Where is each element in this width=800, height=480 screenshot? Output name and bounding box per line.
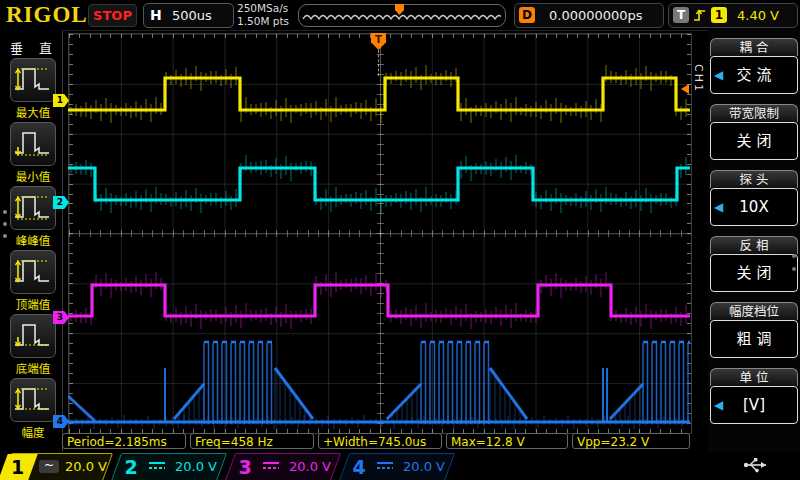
sidebar-item-vmax[interactable]: 最大值 [9,58,57,120]
sidebar-item-label: 峰峰值 [9,232,57,248]
memory-depth: 1.50M pts [237,15,289,28]
vpp-icon [10,186,56,230]
channel1-scale: 20.0 V [65,459,107,474]
unit-title: 单 位 [710,368,798,386]
trigger-label: T [673,7,689,23]
probe-title: 探 头 [710,170,798,188]
channel3-status[interactable]: 3 20.0 V [225,453,341,480]
trigger-source-badge: 1 [711,7,727,23]
menu-group-volts-adjust: 幅度档位 粗 调 [710,302,798,358]
trigger-level-value: 4.40 V [737,8,779,23]
rigol-logo: RIGOL [6,2,88,28]
vtop-icon [10,250,56,294]
left-arrow-icon: ◀ [714,189,723,225]
top-status-bar: RIGOL STOP H 500us 250MSa/s 1.50M pts D … [0,0,800,31]
volts-adjust-button[interactable]: 粗 调 [710,320,798,358]
volts-adjust-title: 幅度档位 [710,302,798,320]
h-label: H [150,7,162,23]
menu-group-probe: 探 头 ◀ 10X [710,170,798,226]
menu-group-unit: 单 位 ◀ [V] [710,368,798,424]
measurement-max: Max=12.8 V [446,433,568,449]
dc-coupling-icon [263,462,279,471]
usb-icon [742,455,770,475]
measurement-pwidth: +Width=745.0us [318,433,442,449]
trigger-level-arrow-icon[interactable] [681,84,689,94]
channel3-number: 3 [233,454,257,480]
left-arrow-icon: ◀ [714,387,723,423]
sidebar-item-label: 最大值 [9,104,57,120]
coupling-button[interactable]: ◀ 交 流 [710,56,798,94]
channel2-scale: 20.0 V [175,459,217,474]
invert-button[interactable]: 关 闭 [710,254,798,292]
menu-group-bandwidth-limit: 带宽限制 关 闭 [710,104,798,160]
timebase-value: 500us [172,8,212,23]
run-state-badge[interactable]: STOP [88,4,137,27]
coupling-title: 耦 合 [710,38,798,56]
horizontal-timebase-box[interactable]: H 500us [143,3,234,28]
oscilloscope-screen: RIGOL STOP H 500us 250MSa/s 1.50M pts D … [0,0,800,480]
delay-box[interactable]: D 0.00000000ps [514,3,664,28]
sidebar-item-vtop[interactable]: 顶端值 [9,250,57,312]
vamp-icon [10,378,56,422]
acquisition-info: 250MSa/s 1.50M pts [237,2,289,28]
sidebar-item-vamp[interactable]: 幅度 [9,378,57,440]
vbase-icon [10,314,56,358]
sidebar-item-label: 底端值 [9,360,57,376]
vmin-icon [10,122,56,166]
dc-coupling-icon [377,462,393,471]
waveform-graticule [68,33,692,434]
left-edge-ticks [69,34,73,433]
menu-group-invert: 反 相 关 闭 [710,236,798,292]
waveform-overview-bar [298,4,506,27]
dc-coupling-icon [149,462,165,471]
trigger-position-line [378,50,379,76]
sidebar-item-vmin[interactable]: 最小值 [9,122,57,184]
ac-coupling-icon: ~ [39,460,59,473]
active-channel-label: CH1 [692,64,705,93]
ch1-position-marker[interactable]: 1 [53,94,69,107]
system-icons [742,455,800,480]
measurement-vpp: Vpp=23.2 V [572,433,690,449]
menu-page-dots [792,245,796,280]
delay-value: 0.00000000ps [549,8,643,23]
channel1-status[interactable]: 1 ~ 20.0 V [1,453,113,480]
sidebar-item-vpp[interactable]: 峰峰值 [9,186,57,248]
softkey-menu-panel: 耦 合 ◀ 交 流 带宽限制 关 闭 探 头 ◀ 10X 反 相 关 闭 幅度档… [708,30,800,480]
channel3-scale: 20.0 V [289,459,331,474]
sidebar-item-label: 最小值 [9,168,57,184]
ch4-position-marker[interactable]: 4 [53,415,69,428]
ch3-position-marker[interactable]: 3 [53,311,69,324]
channel-status-bar: 1 ~ 20.0 V 2 20.0 V 3 20.0 V 4 20.0 V [0,452,800,480]
edge-trigger-icon [693,7,707,23]
unit-button[interactable]: ◀ [V] [710,386,798,424]
ch2-position-marker[interactable]: 2 [53,196,69,209]
left-arrow-icon: ◀ [714,57,723,93]
probe-button[interactable]: ◀ 10X [710,188,798,226]
channel4-status[interactable]: 4 20.0 V [339,453,455,480]
bandwidth-title: 带宽限制 [710,104,798,122]
sample-rate: 250MSa/s [237,2,289,15]
center-horizontal-axis [69,230,691,237]
channel1-number: 1 [0,454,38,480]
vmax-icon [10,58,56,102]
menu-group-coupling: 耦 合 ◀ 交 流 [710,38,798,94]
channel4-scale: 20.0 V [403,459,445,474]
channel4-number: 4 [347,454,371,480]
measurement-freq: Freq=458 Hz [190,433,314,449]
sidebar-page-dots [3,202,7,246]
bandwidth-button[interactable]: 关 闭 [710,122,798,160]
delay-icon: D [519,7,535,23]
invert-title: 反 相 [710,236,798,254]
trigger-box[interactable]: T 1 4.40 V [668,3,798,28]
sidebar-item-label: 顶端值 [9,296,57,312]
channel2-status[interactable]: 2 20.0 V [111,453,227,480]
measurement-bar: Period=2.185ms Freq=458 Hz +Width=745.0u… [62,433,692,452]
sidebar-title: 垂 直 [0,38,62,57]
sidebar-item-vbase[interactable]: 底端值 [9,314,57,376]
channel2-number: 2 [119,454,143,480]
sidebar-item-label: 幅度 [9,424,57,440]
measurement-period: Period=2.185ms [62,433,186,449]
